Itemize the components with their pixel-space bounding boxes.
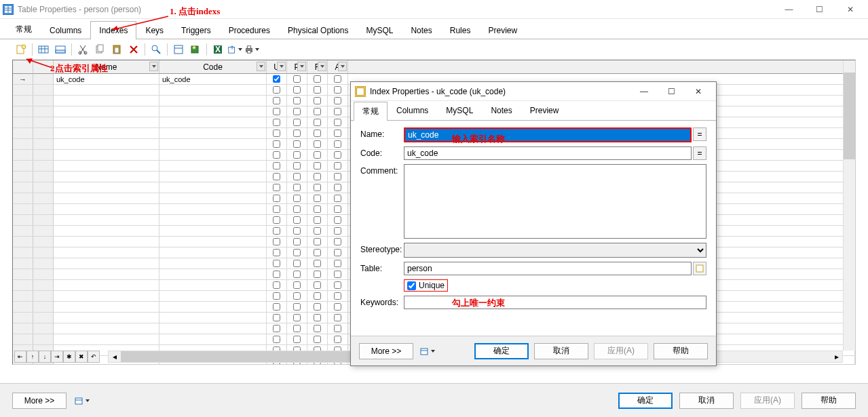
table-cell[interactable] <box>33 215 54 226</box>
grid-checkbox[interactable] <box>273 292 280 300</box>
table-cell[interactable] <box>54 128 159 139</box>
table-cell[interactable] <box>267 193 287 204</box>
grid-checkbox[interactable] <box>273 314 280 321</box>
table-cell[interactable] <box>54 172 159 182</box>
table-cell[interactable] <box>307 302 328 313</box>
grid-checkbox[interactable] <box>334 238 341 245</box>
grid-checkbox[interactable] <box>273 184 280 191</box>
tab-indexes[interactable]: Indexes <box>90 21 136 39</box>
table-cell[interactable] <box>159 247 267 258</box>
grid-checkbox[interactable] <box>293 97 301 104</box>
table-cell[interactable] <box>13 334 33 345</box>
grid-checkbox[interactable] <box>314 260 321 267</box>
dlg-help-button[interactable]: 帮助 <box>654 343 708 359</box>
table-cell[interactable] <box>159 334 267 345</box>
table-cell[interactable] <box>159 291 267 302</box>
maximize-button[interactable]: ☐ <box>804 0 835 19</box>
table-cell[interactable] <box>267 182 287 193</box>
table-cell[interactable] <box>13 226 33 237</box>
grid-checkbox[interactable] <box>314 162 321 170</box>
grid-checkbox[interactable] <box>293 281 301 289</box>
table-cell[interactable]: uk_code <box>54 74 159 85</box>
properties-icon[interactable] <box>171 42 186 57</box>
table-cell[interactable] <box>287 334 307 345</box>
table-cell[interactable] <box>287 128 307 139</box>
grid-checkbox[interactable] <box>334 292 341 300</box>
grid-checkbox[interactable] <box>314 140 321 148</box>
grid-checkbox[interactable] <box>314 216 321 224</box>
grid-checkbox[interactable] <box>293 314 301 321</box>
table-cell[interactable] <box>54 269 159 280</box>
grid-checkbox[interactable] <box>334 140 341 148</box>
table-cell[interactable] <box>267 128 287 139</box>
table-cell[interactable] <box>307 215 328 226</box>
table-cell[interactable] <box>13 150 33 161</box>
print-icon[interactable] <box>244 42 259 57</box>
table-cell[interactable] <box>13 302 33 313</box>
table-cell[interactable] <box>13 128 33 139</box>
table-cell[interactable] <box>13 96 33 106</box>
vertical-scrollbar[interactable] <box>843 60 855 351</box>
grid-checkbox[interactable] <box>334 260 341 267</box>
table-cell[interactable] <box>13 204 33 215</box>
grid-checkbox[interactable] <box>293 86 301 94</box>
table-cell[interactable] <box>33 106 54 117</box>
table-cell[interactable] <box>54 313 159 323</box>
column-header[interactable]: F <box>307 60 328 74</box>
table-cell[interactable] <box>287 117 307 128</box>
column-header[interactable]: Name <box>54 60 159 74</box>
table-cell[interactable] <box>307 193 328 204</box>
code-input[interactable] <box>404 146 692 160</box>
grid-checkbox[interactable] <box>334 97 341 104</box>
grid-checkbox[interactable] <box>334 86 341 94</box>
delete-icon[interactable] <box>126 42 141 57</box>
grid-checkbox[interactable] <box>314 281 321 289</box>
table-cell[interactable] <box>328 204 348 215</box>
table-cell[interactable] <box>328 226 348 237</box>
insert-row-icon[interactable] <box>36 42 51 57</box>
grid-checkbox[interactable] <box>273 325 280 332</box>
table-cell[interactable] <box>159 139 267 150</box>
table-cell[interactable] <box>267 204 287 215</box>
grid-checkbox[interactable] <box>334 151 341 159</box>
grid-checkbox[interactable] <box>314 119 321 126</box>
paste-icon[interactable] <box>109 42 124 57</box>
table-cell[interactable] <box>54 150 159 161</box>
table-cell[interactable] <box>159 128 267 139</box>
dlg-tab-notes[interactable]: Notes <box>482 102 521 121</box>
table-cell[interactable] <box>54 334 159 345</box>
code-equals-button[interactable]: = <box>693 146 706 160</box>
table-cell[interactable] <box>33 74 54 85</box>
dlg-more-button[interactable]: More >> <box>359 343 413 359</box>
grid-checkbox[interactable] <box>273 108 280 115</box>
table-cell[interactable] <box>159 96 267 106</box>
table-cell[interactable] <box>33 182 54 193</box>
table-cell[interactable] <box>159 193 267 204</box>
tab-physical-options[interactable]: Physical Options <box>279 21 357 39</box>
table-cell[interactable] <box>13 85 33 96</box>
grid-checkbox[interactable] <box>293 260 301 267</box>
grid-checkbox[interactable] <box>293 227 301 235</box>
table-cell[interactable] <box>33 323 54 334</box>
table-cell[interactable] <box>328 291 348 302</box>
name-input[interactable] <box>404 127 692 142</box>
table-cell[interactable] <box>159 204 267 215</box>
grid-checkbox[interactable] <box>273 151 280 159</box>
table-cell[interactable] <box>287 258 307 269</box>
table-cell[interactable] <box>287 106 307 117</box>
grid-checkbox[interactable] <box>293 216 301 224</box>
grid-checkbox[interactable] <box>314 205 321 213</box>
table-cell[interactable] <box>328 258 348 269</box>
table-cell[interactable] <box>287 226 307 237</box>
table-cell[interactable] <box>54 258 159 269</box>
table-cell[interactable] <box>33 128 54 139</box>
table-cell[interactable] <box>33 139 54 150</box>
table-cell[interactable] <box>33 193 54 204</box>
table-cell[interactable] <box>54 96 159 106</box>
table-cell[interactable] <box>307 237 328 247</box>
dialog-maximize-button[interactable]: ☐ <box>658 83 685 100</box>
table-cell[interactable] <box>307 182 328 193</box>
table-cell[interactable] <box>307 323 328 334</box>
grid-checkbox[interactable] <box>273 173 280 180</box>
grid-checkbox[interactable] <box>334 119 341 126</box>
